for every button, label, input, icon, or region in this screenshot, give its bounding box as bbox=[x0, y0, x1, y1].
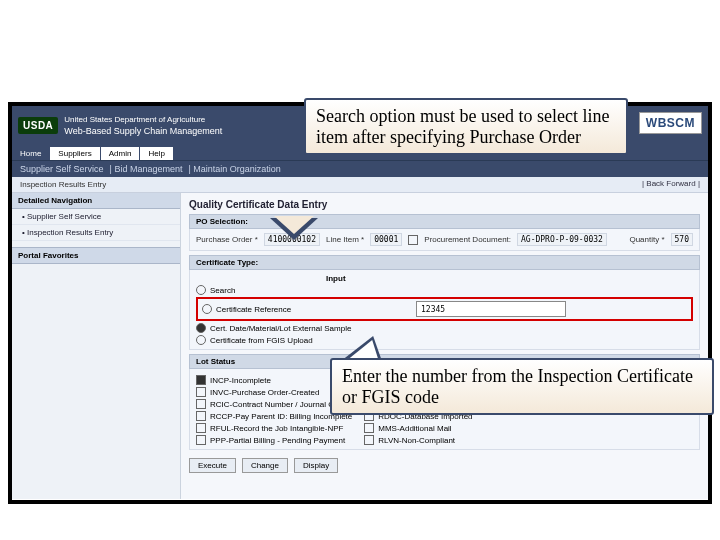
execute-button[interactable]: Execute bbox=[189, 458, 236, 473]
lot-status-item[interactable]: INCP-Incomplete bbox=[196, 375, 352, 385]
radio-fgis[interactable] bbox=[196, 335, 206, 345]
checkbox-icon[interactable] bbox=[364, 435, 374, 445]
tab-home[interactable]: Home bbox=[12, 147, 49, 160]
checkbox-icon[interactable] bbox=[196, 399, 206, 409]
po-selection-header: PO Selection: bbox=[189, 214, 700, 229]
lot-status-label: MMS-Additional Mail bbox=[378, 424, 451, 433]
checkbox-icon[interactable] bbox=[196, 423, 206, 433]
main-panel: Quality Certificate Data Entry PO Select… bbox=[181, 193, 708, 499]
cert-reference-input[interactable] bbox=[416, 301, 566, 317]
portal-favorites-header: Portal Favorites bbox=[12, 247, 180, 264]
lineitem-value[interactable]: 00001 bbox=[370, 233, 402, 246]
radio-search[interactable] bbox=[196, 285, 206, 295]
breadcrumb: Inspection Results Entry | Back Forward … bbox=[12, 177, 708, 193]
checkbox-icon[interactable] bbox=[364, 423, 374, 433]
lot-status-label: INVC-Purchase Order-Created bbox=[210, 388, 319, 397]
lot-status-item[interactable]: RCIC-Contract Number / Journal Class bbox=[196, 399, 352, 409]
page-title: Quality Certificate Data Entry bbox=[189, 199, 700, 210]
checkbox-icon[interactable] bbox=[196, 375, 206, 385]
lot-status-label: INCP-Incomplete bbox=[210, 376, 271, 385]
left-sidebar: Detailed Navigation Supplier Self Servic… bbox=[12, 193, 181, 499]
qty-label: Quantity * bbox=[629, 235, 664, 244]
lot-status-label: RCIC-Contract Number / Journal Class bbox=[210, 400, 348, 409]
sidebar-item-inspection-results[interactable]: Inspection Results Entry bbox=[12, 225, 180, 241]
cert-type-header: Certificate Type: bbox=[189, 255, 700, 270]
radio-fgis-label: Certificate from FGIS Upload bbox=[210, 336, 313, 345]
lot-status-item[interactable]: MMS-Additional Mail bbox=[364, 423, 472, 433]
lot-status-item[interactable]: RCCP-Pay Parent ID: Billing Incomplete bbox=[196, 411, 352, 421]
lot-status-item[interactable]: RFUL-Record the Job Intangible-NPF bbox=[196, 423, 352, 433]
lot-status-item[interactable]: INVC-Purchase Order-Created bbox=[196, 387, 352, 397]
checkbox-icon[interactable] bbox=[196, 435, 206, 445]
callout-search-option: Search option must be used to select lin… bbox=[304, 98, 628, 155]
subnav-item[interactable]: Supplier Self Service bbox=[20, 164, 104, 174]
subnav-item[interactable]: Maintain Organization bbox=[193, 164, 281, 174]
lot-status-item[interactable]: RLVN-Non-Compliant bbox=[364, 435, 472, 445]
lot-status-label: RFUL-Record the Job Intangible-NPF bbox=[210, 424, 343, 433]
detailed-nav-header: Detailed Navigation bbox=[12, 193, 180, 209]
change-button[interactable]: Change bbox=[242, 458, 288, 473]
tab-help[interactable]: Help bbox=[140, 147, 172, 160]
radio-cert-ref[interactable] bbox=[202, 304, 212, 314]
forward-link[interactable]: Forward bbox=[666, 179, 695, 188]
tab-admin[interactable]: Admin bbox=[101, 147, 140, 160]
checkbox-icon[interactable] bbox=[196, 387, 206, 397]
usda-logo: USDA bbox=[18, 117, 58, 134]
radio-search-label: Search bbox=[210, 286, 235, 295]
input-col-header: Input bbox=[326, 274, 693, 283]
procdoc-label: Procurement Document: bbox=[424, 235, 511, 244]
callout-enter-number: Enter the number from the Inspection Cer… bbox=[330, 358, 714, 415]
back-link[interactable]: Back bbox=[646, 179, 664, 188]
radio-cert-date[interactable] bbox=[196, 323, 206, 333]
lot-status-item[interactable]: PPP-Partial Billing - Pending Payment bbox=[196, 435, 352, 445]
wbscm-logo: WBSCM bbox=[639, 112, 702, 134]
app-window: USDA United States Department of Agricul… bbox=[8, 102, 712, 504]
lot-status-label: PPP-Partial Billing - Pending Payment bbox=[210, 436, 345, 445]
po-label: Purchase Order * bbox=[196, 235, 258, 244]
tab-suppliers[interactable]: Suppliers bbox=[50, 147, 99, 160]
procdoc-value: AG-DPRO-P-09-0032 bbox=[517, 233, 607, 246]
lot-status-label: RLVN-Non-Compliant bbox=[378, 436, 455, 445]
qty-value[interactable]: 570 bbox=[671, 233, 693, 246]
search-icon[interactable] bbox=[408, 235, 418, 245]
highlight-box: Certificate Reference bbox=[196, 297, 693, 321]
callout-pointer-icon bbox=[274, 216, 314, 234]
display-button[interactable]: Display bbox=[294, 458, 338, 473]
app-name: Web-Based Supply Chain Management bbox=[64, 126, 222, 136]
crumb-text: Inspection Results Entry bbox=[20, 180, 106, 189]
subnav-item[interactable]: Bid Management bbox=[114, 164, 182, 174]
sub-nav: Supplier Self Service| Bid Management| M… bbox=[12, 160, 708, 177]
radio-cert-ref-label: Certificate Reference bbox=[216, 305, 291, 314]
dept-name: United States Department of Agriculture bbox=[64, 115, 222, 124]
sidebar-item-supplier-self-service[interactable]: Supplier Self Service bbox=[12, 209, 180, 225]
lineitem-label: Line Item * bbox=[326, 235, 364, 244]
checkbox-icon[interactable] bbox=[196, 411, 206, 421]
radio-cert-date-label: Cert. Date/Material/Lot External Sample bbox=[210, 324, 351, 333]
